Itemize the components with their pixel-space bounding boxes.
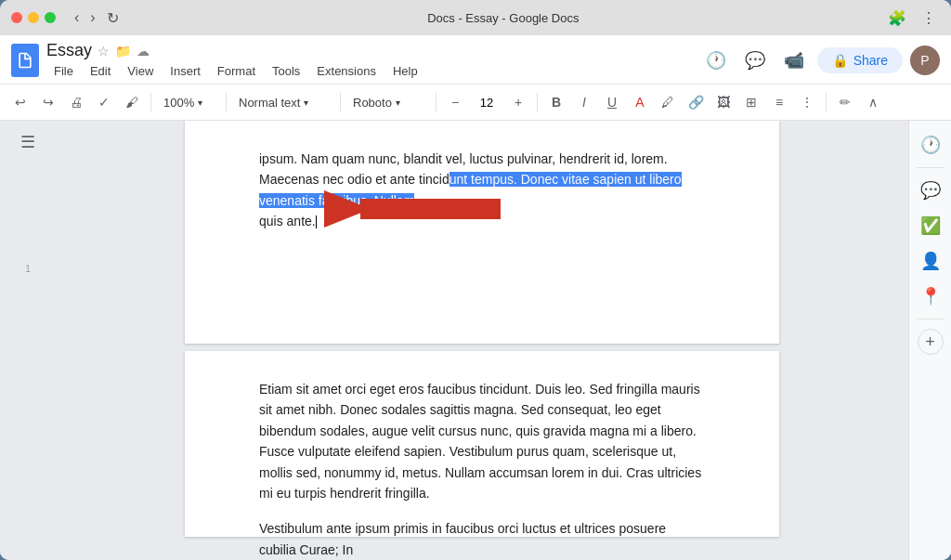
star-icon[interactable]: ☆ (98, 44, 110, 59)
more-options-icon[interactable]: ⋮ (918, 7, 940, 29)
toolbar-separator-3 (340, 93, 341, 111)
font-size-input[interactable] (470, 89, 503, 115)
toolbar-separator-6 (826, 93, 827, 111)
font-size-decrease-button[interactable]: − (442, 89, 468, 115)
bold-button[interactable]: B (543, 89, 569, 115)
outline-icon[interactable]: ☰ (20, 132, 35, 152)
menu-extensions[interactable]: Extensions (309, 62, 384, 80)
traffic-lights (11, 12, 56, 23)
zoom-chevron-icon: ▾ (198, 98, 202, 108)
page-number-1: 1 (25, 264, 31, 274)
sidebar-right: 🕐 💬 ✅ 👤 📍 + (908, 121, 951, 560)
print-button[interactable]: 🖨 (63, 89, 89, 115)
keep-icon[interactable]: 🕐 (914, 128, 947, 162)
image-button[interactable]: 🖼 (710, 89, 736, 115)
highlight-button[interactable]: 🖊 (655, 89, 681, 115)
toolbar-separator-2 (226, 93, 227, 111)
right-sidebar-separator (917, 167, 944, 168)
toolbar-separator-4 (436, 93, 436, 111)
page2-text2: Vestibulum ante ipsum primis in faucibus… (259, 518, 705, 560)
underline-button[interactable]: U (599, 89, 625, 115)
refresh-button[interactable]: ↻ (103, 7, 123, 29)
history-icon[interactable]: 🕐 (700, 45, 732, 76)
menu-insert[interactable]: Insert (163, 62, 208, 80)
doc-title-row: Essay ☆ 📁 ☁ (46, 41, 425, 60)
title-bar: ‹ › ↻ Docs - Essay - Google Docs 🧩 ⋮ (0, 0, 951, 35)
menu-view[interactable]: View (120, 62, 161, 80)
close-button[interactable] (11, 12, 22, 23)
docs-logo-svg (16, 51, 34, 70)
toolbar: ↩ ↪ 🖨 ✓ 🖌 100% ▾ Normal text ▾ Roboto ▾ … (0, 84, 951, 121)
more-toolbar-button[interactable]: ⋮ (794, 89, 820, 115)
docs-icon (11, 44, 39, 77)
zoom-select[interactable]: 100% ▾ (157, 89, 220, 115)
share-button[interactable]: 🔒 Share (817, 47, 903, 73)
nav-buttons: ‹ › ↻ (71, 7, 123, 29)
page-1: ipsum. Nam quam nunc, blandit vel, luctu… (185, 121, 779, 344)
style-value: Normal text (239, 96, 300, 110)
add-panel-button[interactable]: + (918, 329, 944, 355)
document-pages[interactable]: ipsum. Nam quam nunc, blandit vel, luctu… (56, 121, 908, 560)
main-area: ☰ 1 ipsum. Nam quam nunc, blandit vel, l… (0, 121, 951, 560)
toolbar-separator-5 (537, 93, 538, 111)
font-select[interactable]: Roboto ▾ (346, 89, 430, 115)
comment-panel-icon[interactable]: 💬 (914, 174, 947, 207)
page1-text: ipsum. Nam quam nunc, blandit vel, luctu… (259, 149, 705, 232)
expand-toolbar-button[interactable]: ∧ (860, 89, 886, 115)
redo-button[interactable]: ↪ (35, 89, 61, 115)
font-size-increase-button[interactable]: + (505, 89, 531, 115)
font-chevron-icon: ▾ (396, 98, 400, 108)
forward-button[interactable]: › (86, 7, 98, 28)
menu-tools[interactable]: Tools (265, 62, 307, 80)
text-color-button[interactable]: A (627, 89, 653, 115)
docs-title-area: Essay ☆ 📁 ☁ File Edit View Insert Format… (46, 41, 425, 80)
right-sidebar-separator-2 (917, 319, 944, 319)
table-button[interactable]: ⊞ (738, 89, 764, 115)
docs-logo-area: Essay ☆ 📁 ☁ File Edit View Insert Format… (11, 41, 425, 80)
zoom-value: 100% (163, 96, 194, 110)
toolbar-separator-1 (150, 93, 151, 111)
folder-icon[interactable]: 📁 (115, 44, 131, 59)
maps-icon[interactable]: 📍 (914, 280, 947, 313)
back-button[interactable]: ‹ (71, 7, 83, 28)
extensions-icon[interactable]: 🧩 (884, 7, 910, 29)
style-chevron-icon: ▾ (304, 98, 308, 108)
maximize-button[interactable] (45, 12, 56, 23)
paint-format-button[interactable]: 🖌 (119, 89, 145, 115)
cloud-icon[interactable]: ☁ (137, 44, 150, 59)
font-size-area: − + (442, 89, 531, 115)
share-label: Share (853, 53, 888, 68)
highlighted-text: unt tempus. Donec vitae sapien ut libero… (259, 172, 682, 207)
lock-icon: 🔒 (832, 53, 848, 68)
link-button[interactable]: 🔗 (683, 89, 709, 115)
page2-text1: Etiam sit amet orci eget eros faucibus t… (259, 379, 705, 503)
font-value: Roboto (353, 96, 392, 110)
text-cursor (316, 215, 317, 228)
align-button[interactable]: ≡ (766, 89, 792, 115)
spellcheck-button[interactable]: ✓ (91, 89, 117, 115)
menu-bar: File Edit View Insert Format Tools Exten… (46, 62, 425, 80)
page-2: Etiam sit amet orci eget eros faucibus t… (185, 351, 779, 537)
minimize-button[interactable] (28, 12, 39, 23)
browser-window: ‹ › ↻ Docs - Essay - Google Docs 🧩 ⋮ (0, 0, 951, 560)
document-title[interactable]: Essay (46, 41, 92, 60)
italic-button[interactable]: I (571, 89, 597, 115)
tab-title: Docs - Essay - Google Docs (427, 11, 579, 25)
menu-file[interactable]: File (46, 62, 81, 80)
menu-format[interactable]: Format (210, 62, 263, 80)
browser-actions: 🧩 ⋮ (884, 7, 940, 29)
contacts-icon[interactable]: 👤 (914, 244, 947, 278)
undo-button[interactable]: ↩ (7, 89, 33, 115)
menu-help[interactable]: Help (385, 62, 425, 80)
avatar[interactable]: P (910, 46, 940, 75)
style-select[interactable]: Normal text ▾ (232, 89, 334, 115)
menu-edit[interactable]: Edit (83, 62, 118, 80)
editing-mode-button[interactable]: ✏ (832, 89, 858, 115)
calendar-icon[interactable]: ✅ (914, 209, 947, 242)
sidebar-left: ☰ 1 (0, 121, 56, 560)
meet-icon[interactable]: 📹 (778, 45, 810, 76)
docs-header: Essay ☆ 📁 ☁ File Edit View Insert Format… (0, 35, 951, 84)
docs-right-actions: 🕐 💬 📹 🔒 Share P (700, 45, 940, 76)
page1-content: ipsum. Nam quam nunc, blandit vel, luctu… (259, 151, 682, 228)
comment-icon[interactable]: 💬 (739, 45, 771, 76)
